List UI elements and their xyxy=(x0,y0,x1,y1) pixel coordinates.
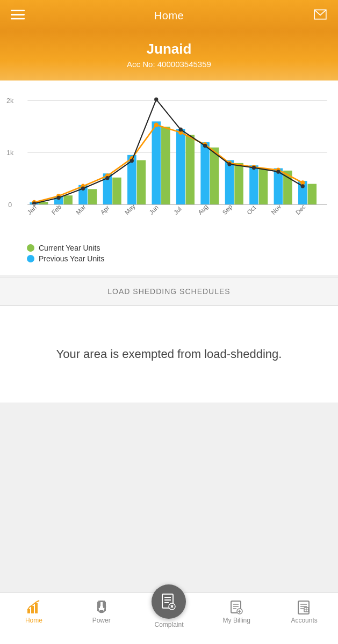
user-account-number: Acc No: 400003545359 xyxy=(11,60,327,69)
svg-rect-81 xyxy=(103,601,104,606)
load-shedding-title: LOAD SHEDDING SCHEDULES xyxy=(11,287,327,296)
svg-rect-2 xyxy=(11,18,25,20)
svg-rect-23 xyxy=(200,142,210,204)
svg-point-51 xyxy=(179,128,183,132)
svg-rect-19 xyxy=(152,121,161,204)
nav-power-label: Power xyxy=(92,617,111,624)
svg-rect-22 xyxy=(185,135,195,204)
load-shedding-section: LOAD SHEDDING SCHEDULES xyxy=(0,277,338,306)
current-year-label: Current Year Units xyxy=(39,244,100,252)
svg-rect-20 xyxy=(161,127,170,204)
svg-point-53 xyxy=(227,162,231,166)
svg-rect-26 xyxy=(234,163,243,205)
svg-rect-28 xyxy=(259,169,268,205)
svg-rect-0 xyxy=(11,10,25,11)
nav-complaint-label: Complaint xyxy=(154,621,183,628)
user-info-section: Junaid Acc No: 400003545359 xyxy=(0,31,338,80)
svg-rect-14 xyxy=(88,189,97,204)
previous-year-label: Previous Year Units xyxy=(39,254,104,263)
nav-accounts-label: Accounts xyxy=(291,617,317,624)
nav-billing[interactable]: My Billing xyxy=(203,597,270,624)
nav-complaint[interactable]: Complaint xyxy=(135,582,203,628)
svg-rect-16 xyxy=(112,178,121,205)
legend-previous-year: Previous Year Units xyxy=(27,254,104,263)
nav-billing-label: My Billing xyxy=(223,617,250,624)
billing-icon xyxy=(229,599,244,614)
svg-rect-27 xyxy=(249,165,258,204)
svg-text:Oct: Oct xyxy=(246,203,257,216)
chart-svg: 2k 1k 0 xyxy=(5,89,333,239)
app-header: Home xyxy=(0,0,338,31)
svg-point-55 xyxy=(276,170,280,174)
svg-text:Jul: Jul xyxy=(172,205,182,216)
user-name: Junaid xyxy=(11,41,327,57)
usage-chart: 2k 1k 0 xyxy=(5,89,333,239)
header-title: Home xyxy=(154,10,184,22)
svg-point-50 xyxy=(154,98,158,102)
chart-legend: Current Year Units Previous Year Units xyxy=(5,239,333,268)
bottom-navigation: Home Power xyxy=(0,592,338,644)
current-year-dot xyxy=(27,244,34,252)
exemption-message: Your area is exempted from load-shedding… xyxy=(56,346,282,363)
svg-rect-32 xyxy=(308,184,317,205)
svg-text:Jan: Jan xyxy=(26,203,38,216)
svg-rect-24 xyxy=(210,148,219,205)
accounts-icon xyxy=(297,599,312,614)
svg-point-56 xyxy=(301,184,305,188)
svg-rect-21 xyxy=(176,129,185,204)
hamburger-icon[interactable] xyxy=(11,8,25,24)
svg-rect-72 xyxy=(35,603,38,613)
power-icon xyxy=(94,599,109,614)
home-chart-icon xyxy=(26,599,41,614)
svg-point-38 xyxy=(154,122,159,127)
nav-power[interactable]: Power xyxy=(68,597,135,624)
svg-point-47 xyxy=(81,186,85,191)
svg-point-49 xyxy=(130,159,134,163)
previous-year-dot xyxy=(27,255,34,262)
svg-text:2k: 2k xyxy=(6,97,14,105)
svg-rect-1 xyxy=(11,14,25,16)
svg-text:Jun: Jun xyxy=(148,203,160,216)
svg-text:0: 0 xyxy=(8,201,12,208)
legend-current-year: Current Year Units xyxy=(27,244,100,252)
svg-text:Apr: Apr xyxy=(99,204,111,216)
nav-accounts[interactable]: Accounts xyxy=(270,597,338,624)
nav-home-label: Home xyxy=(25,617,42,624)
chart-section: 2k 1k 0 xyxy=(0,80,338,275)
mail-icon[interactable] xyxy=(313,8,327,24)
svg-rect-80 xyxy=(99,601,100,606)
svg-text:1k: 1k xyxy=(6,149,14,157)
svg-point-52 xyxy=(203,144,207,148)
svg-rect-12 xyxy=(63,195,73,204)
svg-point-48 xyxy=(105,176,109,180)
svg-rect-71 xyxy=(31,606,34,613)
exemption-section: Your area is exempted from load-shedding… xyxy=(0,306,338,402)
svg-rect-25 xyxy=(225,160,234,204)
main-content: Junaid Acc No: 400003545359 2k 1k 0 xyxy=(0,31,338,592)
complaint-circle xyxy=(152,584,186,619)
svg-rect-18 xyxy=(137,160,146,204)
svg-text:Feb: Feb xyxy=(50,203,62,216)
svg-point-46 xyxy=(56,196,60,200)
nav-home[interactable]: Home xyxy=(0,597,68,624)
svg-point-54 xyxy=(252,166,256,170)
